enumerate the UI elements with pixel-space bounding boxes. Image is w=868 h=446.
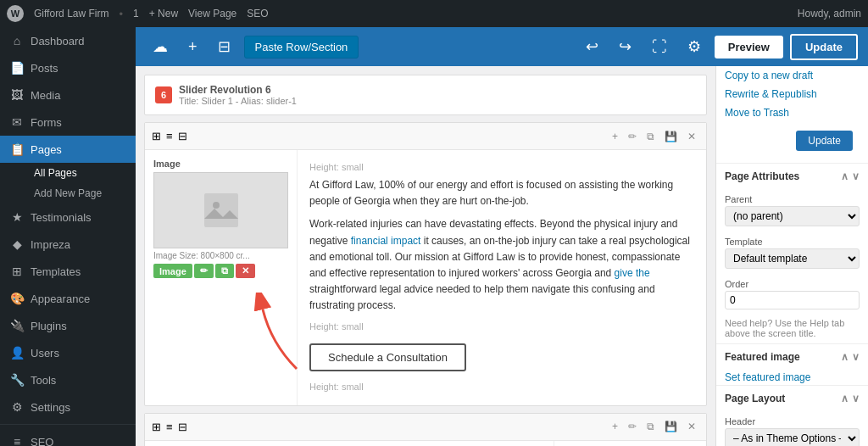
toolbar-cloud-btn[interactable]: ☁ xyxy=(146,34,175,59)
row1-content: Image Image Size: 800×800 cr... Image ✏ … xyxy=(145,150,706,405)
row2-move-icon[interactable]: ⊞ xyxy=(152,421,161,433)
toolbar-add-btn[interactable]: + xyxy=(181,35,204,59)
undo-btn[interactable]: ↩ xyxy=(579,34,605,59)
pages-icon: 📋 xyxy=(10,142,24,156)
expand-btn[interactable]: ⛶ xyxy=(645,35,674,59)
wp-logo-item[interactable]: W xyxy=(7,5,24,22)
row2-add-btn[interactable]: + xyxy=(609,419,621,434)
set-featured-image-link[interactable]: Set featured image xyxy=(716,370,868,385)
row1-delete-element-btn[interactable]: ✕ xyxy=(236,264,255,278)
builder-settings-btn[interactable]: ⚙ xyxy=(681,34,708,59)
row1-copy-btn[interactable]: ⧉ xyxy=(643,129,658,144)
row2-copy-btn[interactable]: ⧉ xyxy=(643,419,658,434)
sidebar-item-appearance[interactable]: 🎨 Appearance xyxy=(0,285,136,312)
feat-chevron-up-icon[interactable]: ∧ xyxy=(841,351,849,363)
row2-close-btn[interactable]: ✕ xyxy=(684,419,699,434)
row2-header: ⊞ ≡ ⊟ + ✏ ⧉ 💾 ✕ xyxy=(145,414,706,441)
row1-height3: Height: small xyxy=(309,382,694,392)
panel-update-button[interactable]: Update xyxy=(796,131,853,151)
rewrite-republish-link[interactable]: Rewrite & Republish xyxy=(716,85,868,103)
row1-edit-element-btn[interactable]: ✏ xyxy=(194,264,214,278)
svg-rect-0 xyxy=(204,193,238,227)
row1-grip-icon: ≡ xyxy=(166,130,173,142)
row2-save-btn[interactable]: 💾 xyxy=(661,419,681,434)
sidebar-label-testimonials: Testimonials xyxy=(31,211,92,224)
settings-icon: ⚙ xyxy=(10,400,24,414)
copy-new-draft-link[interactable]: Copy to a new draft xyxy=(716,66,868,85)
sidebar-label-forms: Forms xyxy=(31,116,62,129)
layout-chevron-down-icon[interactable]: ∨ xyxy=(852,393,860,404)
sidebar-item-settings[interactable]: ⚙ Settings xyxy=(0,393,136,421)
sidebar-item-tools[interactable]: 🔧 Tools xyxy=(0,366,136,393)
featured-image-section: Featured image ∧ ∨ Set featured image xyxy=(716,344,868,386)
notifications-item[interactable]: 1 xyxy=(133,8,139,20)
slider-title: Slider Revolution 6 xyxy=(179,84,297,96)
toolbar-layout-btn[interactable]: ⊟ xyxy=(211,34,237,59)
row2-layout-icon[interactable]: ⊟ xyxy=(178,421,187,433)
content-area: ☁ + ⊟ Paste Row/Section ↩ ↪ ⛶ ⚙ Preview … xyxy=(136,27,868,446)
header-layout-select[interactable]: – As in Theme Options – xyxy=(725,428,860,446)
forms-icon: ✉ xyxy=(10,115,24,129)
row1-image-placeholder xyxy=(153,172,288,248)
publish-section: Copy to a new draft Rewrite & Republish … xyxy=(716,66,868,164)
sidebar-item-seo[interactable]: ≡ SEO xyxy=(0,428,136,446)
sidebar-label-users: Users xyxy=(31,347,59,360)
parent-select[interactable]: (no parent) xyxy=(725,206,860,226)
move-to-trash-link[interactable]: Move to Trash xyxy=(716,103,868,122)
sidebar-item-impreza[interactable]: ◆ Impreza xyxy=(0,231,136,258)
row1-save-btn[interactable]: 💾 xyxy=(661,129,681,144)
new-item[interactable]: + New xyxy=(149,8,178,20)
layout-chevron-up-icon[interactable]: ∧ xyxy=(841,393,849,404)
sidebar-sub-all-pages[interactable]: All Pages xyxy=(24,163,136,183)
chevron-up-icon[interactable]: ∧ xyxy=(841,170,849,182)
row1-edit-btn[interactable]: ✏ xyxy=(625,129,640,144)
row2-content: Height: small At Gifford Law, our client… xyxy=(145,441,706,447)
order-input[interactable] xyxy=(725,291,860,309)
sidebar-item-users[interactable]: 👤 Users xyxy=(0,339,136,366)
redo-btn[interactable]: ↪ xyxy=(612,34,638,59)
view-page-item[interactable]: View Page xyxy=(188,8,236,20)
sidebar-item-media[interactable]: 🖼 Media xyxy=(0,81,136,109)
users-icon: 👤 xyxy=(10,346,24,360)
preview-button[interactable]: Preview xyxy=(715,36,783,59)
row1-layout-icon[interactable]: ⊟ xyxy=(178,130,187,142)
row1-close-btn[interactable]: ✕ xyxy=(684,129,699,144)
update-button[interactable]: Update xyxy=(790,34,858,60)
slider-number: 6 xyxy=(155,86,172,103)
chevron-down-icon[interactable]: ∨ xyxy=(852,170,860,182)
sidebar-label-templates: Templates xyxy=(31,265,81,278)
sidebar-item-plugins[interactable]: 🔌 Plugins xyxy=(0,312,136,339)
template-select[interactable]: Default template xyxy=(725,248,860,269)
sidebar-item-dashboard[interactable]: ⌂ Dashboard xyxy=(0,27,136,54)
sidebar-item-forms[interactable]: ✉ Forms xyxy=(0,109,136,136)
row1-copy-element-btn[interactable]: ⧉ xyxy=(215,264,234,278)
header-layout-label: Header xyxy=(716,411,868,428)
row1-height2: Height: small xyxy=(309,321,694,332)
paste-row-section-button[interactable]: Paste Row/Section xyxy=(244,36,359,59)
sidebar-item-templates[interactable]: ⊞ Templates xyxy=(0,258,136,285)
sidebar-label-posts: Posts xyxy=(31,62,58,75)
sidebar-sub-add-new[interactable]: Add New Page xyxy=(24,183,136,203)
sidebar-label-appearance: Appearance xyxy=(31,293,90,305)
row1-text2: Work-related injuries can have devastati… xyxy=(309,216,694,314)
schedule-consultation-btn[interactable]: Schedule a Consultation xyxy=(309,343,466,371)
sidebar-item-posts[interactable]: 📄 Posts xyxy=(0,54,136,81)
site-name-item[interactable]: Gifford Law Firm xyxy=(34,8,108,20)
seo-label: SEO xyxy=(247,8,268,20)
sidebar-item-pages[interactable]: 📋 Pages xyxy=(0,136,136,163)
sidebar-label-media: Media xyxy=(31,89,60,102)
sidebar-item-testimonials[interactable]: ★ Testimonials xyxy=(0,203,136,231)
row1-image-btn[interactable]: Image xyxy=(153,264,192,278)
row1-element-toolbar: Image ✏ ⧉ ✕ xyxy=(153,264,288,278)
new-label: + New xyxy=(149,8,178,20)
row1-move-icon[interactable]: ⊞ xyxy=(152,130,161,142)
dashboard-icon: ⌂ xyxy=(10,34,24,47)
seo-item[interactable]: SEO xyxy=(247,8,268,20)
svg-point-1 xyxy=(213,202,220,209)
row1-add-btn[interactable]: + xyxy=(609,129,621,144)
builder-body: 6 Slider Revolution 6 Title: Slider 1 - … xyxy=(136,66,868,446)
page-attributes-title: Page Attributes xyxy=(725,170,799,182)
feat-chevron-down-icon[interactable]: ∨ xyxy=(852,351,860,363)
row2-edit-btn[interactable]: ✏ xyxy=(625,419,640,434)
right-panel: Copy to a new draft Rewrite & Republish … xyxy=(715,66,868,446)
